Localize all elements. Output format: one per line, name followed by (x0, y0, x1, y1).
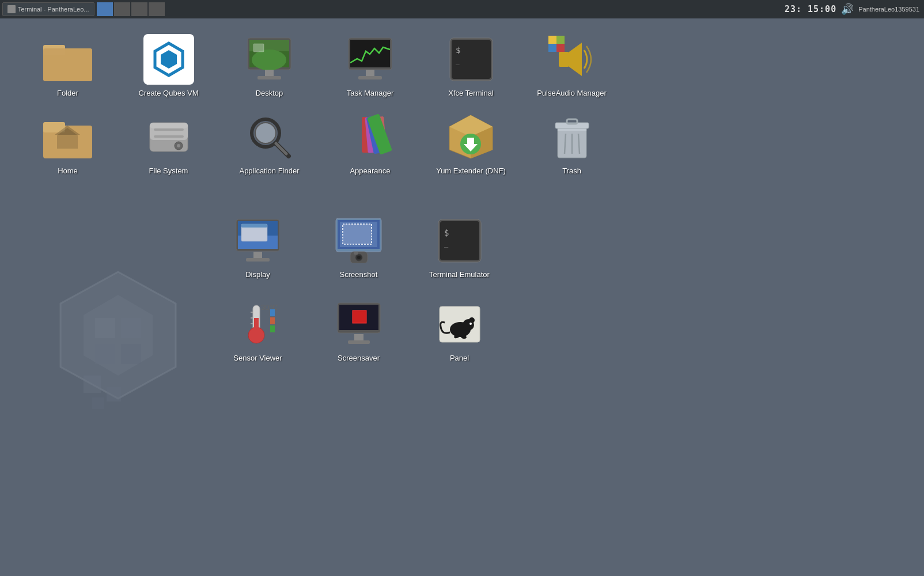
icon-row-3: Display Screens (23, 191, 901, 283)
appearance-svg (346, 113, 395, 161)
display-icon-item[interactable]: Display (213, 211, 302, 283)
desktop-label: Desktop (256, 89, 283, 98)
volume-icon[interactable]: 🔊 (841, 3, 854, 16)
svg-rect-22 (559, 52, 569, 67)
svg-rect-101 (353, 310, 366, 323)
svg-rect-76 (246, 258, 270, 262)
svg-rect-102 (354, 334, 363, 341)
svg-rect-103 (348, 340, 370, 344)
icon-row-2: Home File System (23, 108, 901, 180)
desktop-icon-item[interactable]: Desktop (225, 30, 314, 102)
svg-point-107 (469, 317, 475, 323)
yum-extender-label: Yum Extender (DNF) (436, 166, 506, 176)
screenshot-icon-img (333, 215, 385, 267)
svg-rect-12 (257, 76, 281, 79)
yum-extender-icon-img (445, 111, 497, 163)
home-label: Home (58, 166, 78, 176)
application-finder-icon-item[interactable]: Application Finder (225, 108, 314, 180)
svg-marker-23 (569, 43, 582, 76)
qubes-logo-large (23, 191, 202, 283)
svg-line-42 (276, 143, 286, 154)
sensor-viewer-label: Sensor Viewer (233, 354, 282, 363)
svg-text:_: _ (456, 58, 460, 65)
svg-point-83 (357, 256, 361, 259)
svg-rect-91 (254, 318, 259, 335)
application-finder-icon-img (244, 111, 296, 163)
terminal-emulator-icon-item[interactable]: $ _ Terminal Emulator (415, 211, 504, 283)
workspace-2[interactable] (114, 2, 130, 16)
pulseaudio-manager-label: PulseAudio Manager (537, 89, 607, 98)
svg-rect-36 (154, 135, 184, 138)
home-svg (43, 115, 92, 158)
window-icon (7, 5, 16, 13)
yum-extender-icon-item[interactable]: Yum Extender (DNF) (426, 108, 516, 180)
taskbar: Terminal - PantheraLeo... 23: 15:00 🔊 Pa… (0, 0, 924, 18)
folder-icon-item[interactable]: Folder (23, 30, 112, 102)
folder-svg (43, 38, 92, 81)
svg-rect-66 (121, 344, 141, 364)
svg-point-108 (469, 323, 472, 325)
taskbar-left: Terminal - PantheraLeo... (0, 2, 165, 16)
window-title: Terminal - PantheraLeo... (18, 6, 89, 13)
workspace-3[interactable] (131, 2, 147, 16)
screensaver-icon-item[interactable]: Screensaver (314, 295, 403, 367)
svg-rect-75 (253, 252, 262, 259)
svg-rect-69 (92, 397, 104, 409)
svg-rect-64 (121, 318, 141, 338)
svg-text:$: $ (444, 228, 449, 237)
file-system-label: File System (149, 166, 188, 176)
create-qubes-vm-icon-img (143, 33, 195, 85)
panel-icon-item[interactable]: Panel (415, 295, 504, 367)
trash-label: Trash (562, 166, 581, 176)
trash-icon-item[interactable]: Trash (527, 108, 616, 180)
pulseaudio-manager-icon-item[interactable]: PulseAudio Manager (527, 30, 616, 102)
svg-rect-35 (154, 128, 184, 131)
screensaver-svg (335, 302, 383, 347)
desktop: Folder Create Qubes VM (0, 18, 924, 378)
yum-extender-svg (446, 112, 495, 161)
file-system-icon-item[interactable]: File System (124, 108, 213, 180)
workspace-4[interactable] (149, 2, 165, 16)
display-svg (233, 218, 282, 263)
svg-rect-24 (548, 36, 556, 44)
workspace-switcher (97, 2, 165, 16)
panel-label: Panel (450, 354, 469, 363)
sensor-viewer-icon-item[interactable]: 30°C Sensor Viewer (213, 295, 302, 367)
create-qubes-vm-icon-item[interactable]: Create Qubes VM (124, 30, 213, 102)
panel-icon-img (434, 298, 486, 350)
svg-rect-97 (270, 317, 275, 324)
svg-rect-11 (265, 70, 274, 77)
trash-svg (548, 113, 596, 161)
appearance-icon-img (344, 111, 396, 163)
screenshot-label: Screenshot (340, 270, 378, 280)
home-icon-item[interactable]: Home (23, 108, 112, 180)
folder-label: Folder (57, 89, 78, 98)
xfce-terminal-icon-item[interactable]: $ _ Xfce Terminal (426, 30, 516, 102)
xfce-terminal-label: Xfce Terminal (448, 89, 494, 98)
appearance-icon-item[interactable]: Appearance (325, 108, 415, 180)
qubes-vm-svg (143, 34, 194, 85)
trash-icon-img (546, 111, 598, 163)
application-finder-label: Application Finder (239, 166, 299, 176)
task-manager-icon-item[interactable]: Task Manager (325, 30, 415, 102)
svg-rect-57 (567, 119, 577, 124)
terminal-emulator-svg: $ _ (436, 217, 483, 264)
task-manager-label: Task Manager (347, 89, 394, 98)
svg-text:30°C: 30°C (261, 303, 278, 312)
terminal-window-button[interactable]: Terminal - PantheraLeo... (2, 2, 94, 16)
terminal-emulator-label: Terminal Emulator (429, 270, 490, 280)
svg-rect-96 (270, 309, 275, 316)
sensor-viewer-icon-img: 30°C (232, 298, 284, 350)
qubes-watermark-svg (32, 260, 205, 445)
svg-point-40 (255, 123, 276, 143)
task-manager-svg (346, 37, 395, 82)
svg-rect-74 (241, 224, 267, 228)
workspace-1[interactable] (97, 2, 113, 16)
screenshot-icon-item[interactable]: Screenshot (314, 211, 403, 283)
svg-rect-26 (548, 44, 556, 52)
icon-row-1: Folder Create Qubes VM (23, 30, 901, 102)
svg-rect-63 (95, 318, 115, 338)
desktop-icon-img (244, 33, 296, 85)
sensor-viewer-svg: 30°C (234, 301, 282, 348)
svg-text:$: $ (456, 46, 460, 55)
